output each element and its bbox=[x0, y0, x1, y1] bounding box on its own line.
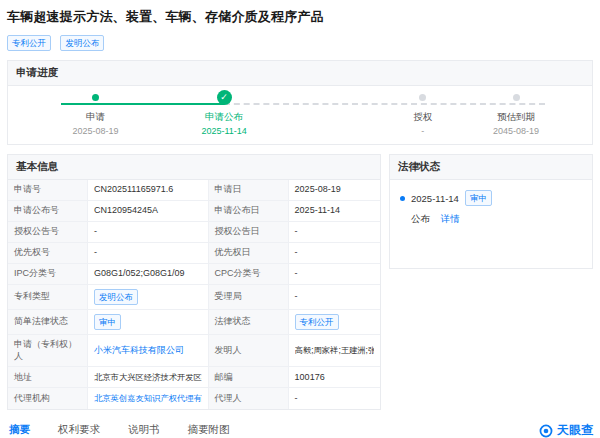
step-dot-wrap: ✓ bbox=[178, 89, 270, 105]
eye-icon bbox=[539, 424, 553, 438]
progress-section-title: 申请进度 bbox=[8, 61, 592, 86]
info-label: 授权公告日 bbox=[209, 222, 289, 243]
info-label: 优先权日 bbox=[209, 243, 289, 264]
info-value-grant-number: - bbox=[88, 222, 209, 243]
info-label: 邮编 bbox=[209, 367, 289, 388]
info-label: 地址 bbox=[8, 367, 88, 388]
applicant-link[interactable]: 小米汽车科技有限公司 bbox=[94, 345, 184, 357]
progress-section: 申请进度 申请 2025-08-19 ✓ 申请公布 2025-11-14 授权 … bbox=[7, 60, 593, 145]
info-label: 受理局 bbox=[209, 285, 289, 310]
info-value-ipc-class: G08G1/052;G08G1/09 bbox=[88, 264, 209, 285]
legal-status-body: 2025-11-14 审中 公布 详情 bbox=[390, 180, 592, 268]
step-publication: ✓ 申请公布 2025-11-14 bbox=[178, 89, 270, 136]
pending-dot-icon bbox=[419, 94, 426, 101]
step-label: 申请 bbox=[50, 111, 142, 124]
pending-dot-icon bbox=[513, 94, 520, 101]
info-value-application-date: 2025-08-19 bbox=[289, 180, 380, 201]
step-label: 申请公布 bbox=[178, 111, 270, 124]
main-content-row: 基本信息 申请号 CN202511165971.6 申请日 2025-08-19… bbox=[7, 145, 593, 410]
document-tabs: 摘要 权利要求 说明书 摘要附图 bbox=[7, 419, 256, 438]
brand-logo[interactable]: 天眼查 bbox=[539, 422, 593, 438]
inventors-text: 高毅;周家祥;王建洲;张垦藩;马智展 bbox=[295, 345, 374, 356]
invention-publication-badge: 发明公布 bbox=[60, 35, 104, 51]
info-value-legal-status: 专利公开 bbox=[289, 310, 380, 335]
legal-status-item-badge: 审中 bbox=[465, 190, 492, 206]
info-value-applicant: 小米汽车科技有限公司 bbox=[88, 335, 209, 367]
step-date: - bbox=[377, 126, 469, 136]
info-value-patent-type: 发明公布 bbox=[88, 285, 209, 310]
info-label: 申请日 bbox=[209, 180, 289, 201]
brand-name: 天眼查 bbox=[557, 422, 593, 438]
info-label: 优先权号 bbox=[8, 243, 88, 264]
basic-info-table: 申请号 CN202511165971.6 申请日 2025-08-19 申请公布… bbox=[8, 180, 380, 409]
step-dot-wrap bbox=[470, 89, 562, 105]
step-estimated-expiry: 预估到期 2045-08-19 bbox=[470, 89, 562, 136]
address-text: 北京市大兴区经济技术开发区科创十街15号院5号楼6层618室 bbox=[94, 372, 202, 383]
patent-type-badge: 发明公布 bbox=[94, 289, 138, 305]
info-value-agent: - bbox=[289, 388, 380, 409]
detail-link[interactable]: 详情 bbox=[441, 213, 460, 224]
legal-status-badge: 专利公开 bbox=[295, 314, 339, 330]
legal-status-event: 公布 bbox=[411, 213, 430, 224]
info-value-application-number: CN202511165971.6 bbox=[88, 180, 209, 201]
info-label: 申请（专利权）人 bbox=[8, 335, 88, 367]
tab-abstract-figure[interactable]: 摘要附图 bbox=[186, 419, 232, 438]
agency-link[interactable]: 北京英创嘉友知识产权代理有限公司 bbox=[94, 393, 202, 404]
info-label: 简单法律状态 bbox=[8, 310, 88, 335]
info-value-address: 北京市大兴区经济技术开发区科创十街15号院5号楼6层618室 bbox=[88, 367, 209, 388]
patent-detail-page: 车辆超速提示方法、装置、车辆、存储介质及程序产品 专利公开 发明公布 申请进度 … bbox=[0, 0, 600, 438]
tab-claims[interactable]: 权利要求 bbox=[56, 419, 102, 438]
step-label: 授权 bbox=[377, 111, 469, 124]
info-value-priority-number: - bbox=[88, 243, 209, 264]
pending-review-badge: 审中 bbox=[94, 314, 121, 330]
title-badges: 专利公开 发明公布 bbox=[7, 33, 593, 51]
done-dot-icon bbox=[92, 94, 99, 101]
legal-status-date: 2025-11-14 bbox=[411, 193, 459, 204]
tab-description[interactable]: 说明书 bbox=[126, 419, 162, 438]
info-label: 专利类型 bbox=[8, 285, 88, 310]
info-label: 代理人 bbox=[209, 388, 289, 409]
basic-info-section: 基本信息 申请号 CN202511165971.6 申请日 2025-08-19… bbox=[7, 154, 381, 410]
info-value-publication-date: 2025-11-14 bbox=[289, 201, 380, 222]
step-label: 预估到期 bbox=[470, 111, 562, 124]
step-dot-wrap bbox=[377, 89, 469, 105]
info-value-accepting-office: - bbox=[289, 285, 380, 310]
info-label: 代理机构 bbox=[8, 388, 88, 409]
info-label: IPC分类号 bbox=[8, 264, 88, 285]
step-date: 2045-08-19 bbox=[470, 126, 562, 136]
info-value-cpc-class: - bbox=[289, 264, 380, 285]
step-grant: 授权 - bbox=[377, 89, 469, 136]
legal-status-item: 2025-11-14 审中 bbox=[400, 190, 582, 206]
info-value-inventors: 高毅;周家祥;王建洲;张垦藩;马智展 bbox=[289, 335, 380, 367]
page-title: 车辆超速提示方法、装置、车辆、存储介质及程序产品 bbox=[7, 8, 593, 26]
info-label: 申请号 bbox=[8, 180, 88, 201]
progress-timeline: 申请 2025-08-19 ✓ 申请公布 2025-11-14 授权 - 预估到… bbox=[8, 86, 592, 144]
info-value-priority-date: - bbox=[289, 243, 380, 264]
info-value-agency: 北京英创嘉友知识产权代理有限公司 bbox=[88, 388, 209, 409]
info-label: 发明人 bbox=[209, 335, 289, 367]
info-label: 申请公布日 bbox=[209, 201, 289, 222]
tab-abstract[interactable]: 摘要 bbox=[7, 419, 32, 438]
info-value-publication-number: CN120954245A bbox=[88, 201, 209, 222]
bullet-icon bbox=[400, 196, 405, 201]
legal-status-event-row: 公布 详情 bbox=[411, 213, 582, 226]
info-label: 授权公告号 bbox=[8, 222, 88, 243]
info-label: CPC分类号 bbox=[209, 264, 289, 285]
patent-public-badge: 专利公开 bbox=[7, 35, 51, 51]
info-value-simple-legal-status: 审中 bbox=[88, 310, 209, 335]
check-icon: ✓ bbox=[217, 90, 232, 105]
info-value-grant-date: - bbox=[289, 222, 380, 243]
step-dot-wrap bbox=[50, 89, 142, 105]
step-apply: 申请 2025-08-19 bbox=[50, 89, 142, 136]
info-label: 法律状态 bbox=[209, 310, 289, 335]
basic-info-title: 基本信息 bbox=[8, 155, 380, 180]
step-date: 2025-11-14 bbox=[178, 126, 270, 136]
step-date: 2025-08-19 bbox=[50, 126, 142, 136]
legal-status-panel: 法律状态 2025-11-14 审中 公布 详情 bbox=[389, 154, 593, 269]
document-tabs-row: 摘要 权利要求 说明书 摘要附图 天眼查 bbox=[7, 419, 593, 438]
info-label: 申请公布号 bbox=[8, 201, 88, 222]
info-value-postcode: 100176 bbox=[289, 367, 380, 388]
legal-status-title: 法律状态 bbox=[390, 155, 592, 180]
